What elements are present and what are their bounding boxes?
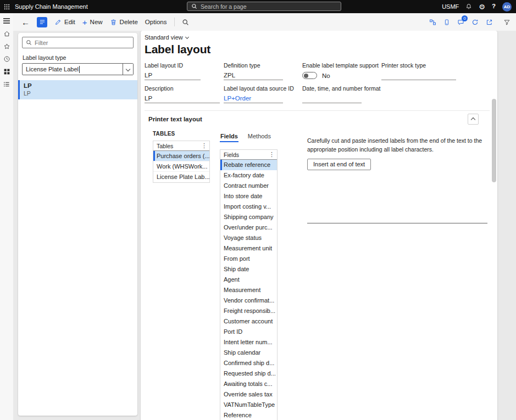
field-row[interactable]: Shipping company: [220, 212, 277, 222]
user-avatar[interactable]: AD: [502, 2, 512, 12]
field-row[interactable]: Override sales tax: [220, 389, 277, 400]
tab[interactable]: Fields: [220, 132, 238, 142]
dropdown-button[interactable]: [123, 64, 133, 75]
field-row[interactable]: Awaiting totals c...: [220, 379, 277, 389]
field-row[interactable]: Vendor confirmat...: [220, 295, 277, 306]
modules-icon[interactable]: [2, 68, 11, 75]
field-row[interactable]: Contract number: [220, 181, 277, 191]
back-arrow-icon[interactable]: ←: [21, 18, 30, 26]
field-row[interactable]: Requested ship d...: [220, 368, 277, 379]
field-row[interactable]: Import costing v...: [220, 201, 277, 212]
section-title: Printer text layout: [148, 116, 202, 122]
field-row[interactable]: Into store date: [220, 191, 277, 201]
kebab-menu-icon[interactable]: ⋮: [201, 143, 207, 149]
tab-label: Methods: [248, 133, 271, 139]
list-item-title: LP: [24, 82, 133, 90]
instruction-text: Carefully cut and paste inserted labels …: [307, 137, 487, 154]
edit-label: Edit: [64, 19, 75, 25]
options-button[interactable]: Options: [145, 19, 167, 25]
nav-pane-toggle-button[interactable]: [37, 17, 47, 27]
navigation-pane-icon[interactable]: [2, 80, 11, 88]
printer-stock-type-input[interactable]: [381, 71, 456, 80]
notifications-bell-icon[interactable]: [465, 3, 472, 10]
description-input[interactable]: LP: [145, 94, 220, 103]
recent-clock-icon[interactable]: [2, 55, 11, 63]
app-title: Supply Chain Management: [15, 3, 88, 10]
field-row[interactable]: Port ID: [220, 327, 277, 337]
help-icon[interactable]: ?: [492, 3, 496, 10]
view-selector[interactable]: Standard view: [145, 34, 188, 41]
field-row[interactable]: Voyage status: [220, 233, 277, 243]
field-row[interactable]: Freight responsib...: [220, 306, 277, 316]
field-row[interactable]: Customer account: [220, 316, 277, 327]
top-navigation-bar: Supply Chain Management USMF ⚙ ? AD: [0, 0, 516, 13]
command-search-icon[interactable]: [182, 19, 189, 26]
label-layout-id-input[interactable]: LP: [145, 71, 201, 80]
kebab-menu-icon[interactable]: ⋮: [269, 152, 275, 158]
favorites-star-icon[interactable]: [2, 42, 11, 50]
field-row[interactable]: Confirmed ship d...: [220, 358, 277, 368]
refresh-icon[interactable]: [471, 19, 479, 26]
field-row[interactable]: Measurement: [220, 285, 277, 295]
field-label: Enable label template support: [302, 62, 381, 69]
datetime-format-input[interactable]: [302, 94, 362, 103]
field-row[interactable]: Measurement unit: [220, 243, 277, 254]
toggle-switch[interactable]: [302, 72, 317, 79]
field-row[interactable]: From port: [220, 254, 277, 264]
field-row[interactable]: Ex-factory date: [220, 170, 277, 181]
hamburger-menu-icon[interactable]: [2, 17, 11, 25]
field-description: Description LP: [145, 85, 224, 103]
data-source-id-link[interactable]: LP+Order: [224, 94, 283, 103]
field-row[interactable]: VATNumTableType: [220, 400, 277, 410]
tab[interactable]: Methods: [247, 132, 271, 142]
insert-at-end-button[interactable]: Insert at end of text: [307, 159, 371, 170]
field-row[interactable]: Intent letter num...: [220, 337, 277, 348]
delete-label: Delete: [120, 19, 138, 25]
device-preview-icon[interactable]: [443, 19, 450, 26]
app-launcher-waffle-icon[interactable]: [4, 4, 10, 10]
fields-grid: Fields ⋮ Rebate reference Ex-factory dat…: [220, 149, 278, 420]
filter-funnel-icon[interactable]: [503, 19, 511, 26]
tables-caption: TABLES: [153, 131, 210, 137]
table-row[interactable]: License Plate Lab...: [153, 172, 209, 182]
new-button[interactable]: + New: [82, 18, 103, 26]
printer-text-layout-section-header[interactable]: Printer text layout: [145, 110, 490, 127]
collapse-section-button[interactable]: [468, 114, 479, 125]
header-fields: Label layout ID LP Definition type ZPL E…: [145, 62, 490, 103]
field-row[interactable]: Reference: [220, 410, 277, 420]
tables-grid: Tables ⋮ Purchase orders (... Work (WHSW…: [153, 141, 210, 183]
field-row[interactable]: Agent: [220, 275, 277, 285]
global-search-input[interactable]: [201, 3, 337, 10]
messages-icon[interactable]: 0: [457, 19, 464, 26]
definition-type-input[interactable]: ZPL: [224, 71, 283, 80]
search-icon: [191, 3, 197, 9]
settings-gear-icon[interactable]: ⚙: [479, 3, 485, 10]
global-search-box[interactable]: [187, 2, 341, 11]
view-selector-label: Standard view: [145, 34, 183, 41]
chevron-down-icon: [185, 35, 189, 38]
filter-input[interactable]: [35, 40, 130, 46]
tables-rows: Purchase orders (... Work (WHSWork... Li…: [153, 151, 209, 182]
text-caret: [79, 66, 80, 73]
home-icon[interactable]: [2, 30, 11, 37]
table-row[interactable]: Work (WHSWork...: [153, 161, 209, 172]
field-row[interactable]: Ship date: [220, 264, 277, 275]
chevron-up-icon: [471, 117, 475, 122]
flow-designer-icon[interactable]: [429, 19, 436, 26]
open-in-new-window-icon[interactable]: [486, 19, 493, 26]
layout-text-area[interactable]: [307, 223, 487, 223]
table-row[interactable]: Purchase orders (...: [153, 151, 209, 161]
scrollbar-thumb[interactable]: [492, 99, 496, 182]
pencil-icon: [54, 19, 62, 26]
field-row[interactable]: Over/under purc...: [220, 222, 277, 233]
list-item[interactable]: LP LP: [18, 80, 137, 99]
tab-label: Fields: [220, 133, 238, 139]
field-row[interactable]: Rebate reference: [220, 160, 277, 170]
filter-box[interactable]: [22, 37, 134, 48]
layout-type-dropdown[interactable]: License Plate Label: [22, 63, 134, 75]
edit-button[interactable]: Edit: [54, 19, 75, 26]
left-nav-rail: [0, 13, 13, 420]
company-picker[interactable]: USMF: [442, 3, 459, 10]
delete-button[interactable]: Delete: [110, 19, 138, 26]
field-row[interactable]: Ship calendar: [220, 348, 277, 358]
